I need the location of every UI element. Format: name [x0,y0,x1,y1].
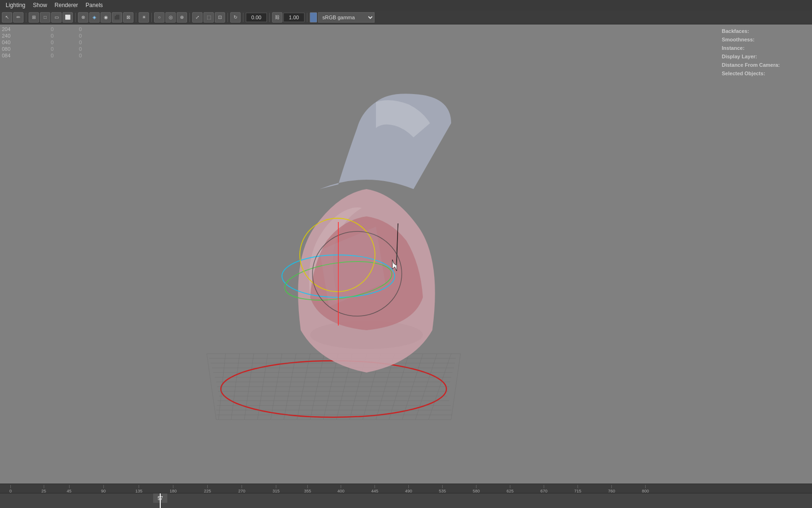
dot-tool-button[interactable]: ◎ [165,12,176,23]
fit-button[interactable]: ⬜ [62,12,73,23]
menu-lighting[interactable]: Lighting [2,1,29,9]
right-panel: Backfaces: Smoothness: Instance: Display… [718,24,812,83]
tick-label: 625 [507,489,514,493]
tick-line [276,485,276,488]
fit2-button[interactable]: ⬚ [203,12,214,23]
stat-val1: 0 [39,46,54,52]
color-swatch[interactable] [310,12,317,23]
ruler-tick: 90 [101,484,106,493]
tick-label: 25 [41,489,46,493]
colorspace-select[interactable]: sRGB gamma Linear Raw [318,12,375,23]
transform-button[interactable]: ⊗ [78,12,88,23]
zoom-fit-button[interactable]: ⊡ [215,12,225,23]
ruler-tick: 580 [473,484,480,493]
stat-val1: 0 [39,33,54,39]
stat-val1: 0 [39,26,54,32]
prop-backfaces: Backfaces: [722,28,808,34]
ruler-tick: 45 [67,484,71,493]
grid-view-button[interactable]: ⊞ [29,12,39,23]
scene-view [0,24,812,484]
viewport[interactable] [0,24,812,484]
stat-row: 24000 [2,33,92,39]
prop-display-layer: Display Layer: [722,54,808,59]
select-tool-button[interactable]: ↖ [2,12,12,23]
timeline-ruler[interactable]: 0254590135180225270315355400445490535580… [0,484,812,493]
menubar: Lighting Show Renderer Panels [0,0,812,10]
uv-button[interactable]: ⊠ [123,12,133,23]
tick-label: 800 [642,489,649,493]
ruler-tick: 0 [9,484,12,493]
toolbar-sep-9 [307,13,307,22]
tick-line [341,485,341,488]
stat-val1: 0 [39,40,54,45]
timeline[interactable]: 0254590135180225270315355400445490535580… [0,484,812,508]
rotate-button[interactable]: ↻ [230,12,241,23]
toolbar-sep-2 [75,13,76,22]
tick-line [375,485,375,488]
menu-renderer[interactable]: Renderer [51,1,82,9]
rect-view-button[interactable]: ▭ [51,12,62,23]
ruler-tick: 715 [574,484,581,493]
ruler-tick: 760 [608,484,615,493]
wire-button[interactable]: ◉ [101,12,111,23]
ruler-tick: 135 [135,484,142,493]
ruler-tick: 355 [304,484,311,493]
tick-label: 90 [101,489,106,493]
ruler-tick: 400 [337,484,344,493]
timeline-track[interactable]: 57 [0,493,812,508]
toolbar-sep-7 [243,13,243,22]
plus-tool-button[interactable]: ⊕ [177,12,187,23]
paint-tool-button[interactable]: ✏ [13,12,23,23]
tick-line [307,485,308,488]
playhead[interactable] [160,493,161,508]
stat-val2: 0 [68,33,82,39]
tick-line [544,485,544,488]
tick-line [645,485,646,488]
tick-line [578,485,578,488]
prop-distance-camera: Distance From Camera: [722,62,808,68]
tick-line [69,485,70,488]
tick-label: 760 [608,489,615,493]
ruler-tick: 670 [540,484,547,493]
tick-label: 400 [337,489,344,493]
tick-line [44,485,44,488]
tick-label: 670 [540,489,547,493]
tick-line [611,485,612,488]
tick-label: 715 [574,489,581,493]
tick-line [408,485,409,488]
solid-button[interactable]: ⬛ [112,12,122,23]
chain-button[interactable]: ⛓ [272,12,282,23]
toolbar-sep-6 [227,13,228,22]
toolbar-sep-4 [151,13,152,22]
circle-tool-button[interactable]: ○ [154,12,164,23]
tick-label: 45 [67,489,71,493]
tick-label: 315 [273,489,280,493]
menu-panels[interactable]: Panels [82,1,107,9]
tick-line [139,485,139,488]
stat-label: 040 [2,40,25,45]
toolbar-sep-5 [189,13,190,22]
tick-label: 0 [9,489,12,493]
light-button[interactable]: ☀ [139,12,149,23]
move-button[interactable]: ⤢ [192,12,203,23]
prop-selected-objects: Selected Objects: [722,71,808,76]
display-layer-label: Display Layer: [722,54,757,59]
tick-label: 270 [238,489,245,493]
tick-line [173,485,173,488]
value1-input[interactable] [246,13,267,22]
ruler-tick: 490 [405,484,412,493]
stat-row: 08000 [2,46,92,52]
menu-show[interactable]: Show [29,1,51,9]
smoothness-label: Smoothness: [722,37,755,42]
tick-label: 180 [170,489,177,493]
cube-button[interactable]: ◈ [89,12,100,23]
selected-objects-label: Selected Objects: [722,71,765,76]
tick-label: 535 [439,489,446,493]
ruler-tick: 270 [238,484,245,493]
tick-line [103,485,104,488]
stats-panel: 2040024000040000800008400 [0,24,94,61]
value2-input[interactable] [283,13,304,22]
stat-row: 20400 [2,26,92,32]
square-view-button[interactable]: □ [40,12,50,23]
tick-label: 225 [204,489,211,493]
